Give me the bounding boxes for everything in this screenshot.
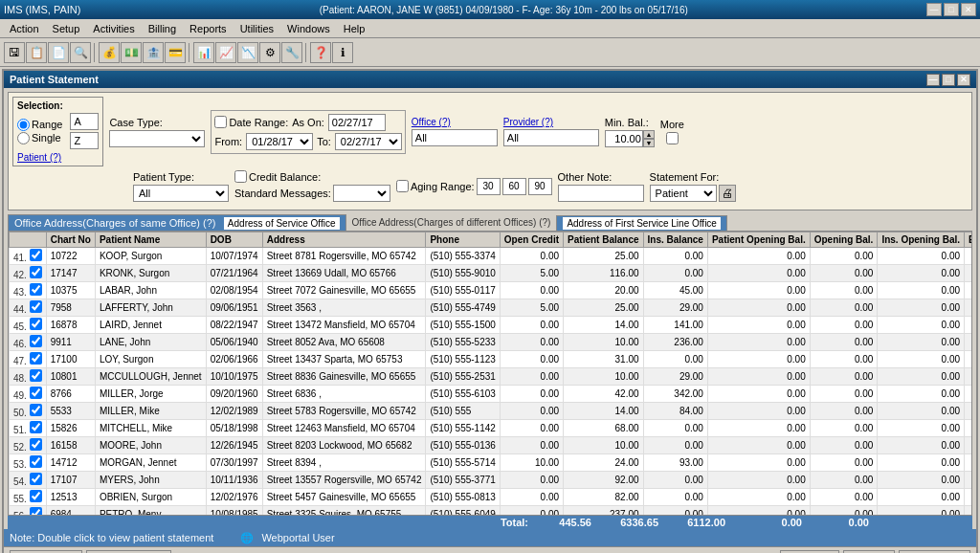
table-row[interactable]: 44. 7958 LAFFERTY, John 09/06/1951 Stree… <box>10 299 973 317</box>
to-letter-input[interactable] <box>70 132 99 149</box>
row-checkbox[interactable] <box>30 421 42 433</box>
from-letter-input[interactable] <box>70 113 99 130</box>
credit-balance-checkbox[interactable] <box>234 170 247 183</box>
toolbar-btn-14[interactable]: ❓ <box>310 42 331 63</box>
provider-help-link[interactable]: Provider (?) <box>503 117 599 127</box>
patient-table-container[interactable]: Chart No Patient Name DOB Address Phone … <box>8 231 972 516</box>
row-checkbox[interactable] <box>30 335 42 347</box>
spinner-up[interactable]: ▲ <box>643 130 655 139</box>
toolbar-btn-4[interactable]: 🔍 <box>70 42 91 63</box>
toolbar-btn-8[interactable]: 💳 <box>165 42 186 63</box>
table-row[interactable]: 49. 8766 MILLER, Jorge 09/20/1960 Street… <box>10 386 973 403</box>
table-row[interactable]: 56. 6984 PETRO, Meny 10/08/1985 Street 3… <box>10 506 973 517</box>
as-on-input[interactable] <box>328 114 386 131</box>
office-input[interactable] <box>412 129 498 146</box>
date-range-check-label[interactable]: Date Range: <box>214 116 288 128</box>
toolbar-btn-1[interactable]: 🖫 <box>4 42 25 63</box>
toolbar-btn-13[interactable]: 🔧 <box>281 42 302 63</box>
menu-action[interactable]: Action <box>4 22 45 35</box>
spinner-down[interactable]: ▼ <box>643 139 655 147</box>
row-address: Street 13472 Mansfield, MO 65704 <box>262 317 426 334</box>
window-close-btn[interactable]: ✕ <box>957 74 970 86</box>
menu-activities[interactable]: Activities <box>87 22 140 35</box>
other-note-input[interactable] <box>558 185 644 202</box>
row-patient-open: 0.00 <box>707 386 810 403</box>
row-checkbox[interactable] <box>30 507 42 516</box>
row-checkbox[interactable] <box>30 369 42 382</box>
row-checkbox[interactable] <box>30 352 42 365</box>
min-bal-input[interactable] <box>605 130 643 147</box>
table-row[interactable]: 53. 14712 MORGAN, Jennet 07/30/1997 Stre… <box>10 454 973 472</box>
row-checkbox[interactable] <box>30 473 42 485</box>
table-row[interactable]: 54. 17107 MYERS, John 10/11/1936 Street … <box>10 472 973 489</box>
table-row[interactable]: 55. 12513 OBRIEN, Surgon 12/02/1976 Stre… <box>10 489 973 506</box>
menu-setup[interactable]: Setup <box>47 22 86 35</box>
row-checkbox[interactable] <box>30 283 42 296</box>
row-checkbox[interactable] <box>30 300 42 313</box>
toolbar-btn-9[interactable]: 📊 <box>193 42 214 63</box>
toolbar-btn-3[interactable]: 📄 <box>48 42 69 63</box>
menu-help[interactable]: Help <box>338 22 371 35</box>
row-checkbox[interactable] <box>30 438 42 451</box>
row-num: 55. <box>13 494 27 504</box>
to-date-select[interactable]: 02/27/17 <box>335 133 402 150</box>
close-btn[interactable]: ✕ <box>961 3 976 16</box>
standard-messages-select[interactable] <box>333 185 390 202</box>
date-range-checkbox[interactable] <box>214 116 227 128</box>
credit-balance-label[interactable]: Credit Balance: <box>234 170 390 183</box>
aging-range-checkbox[interactable] <box>396 180 409 192</box>
row-checkbox[interactable] <box>30 490 42 502</box>
patient-type-select[interactable]: All <box>133 185 229 202</box>
minimize-btn[interactable]: — <box>926 3 942 16</box>
toolbar-btn-11[interactable]: 📉 <box>237 42 258 63</box>
row-ins-open: 0.00 <box>878 334 965 351</box>
window-max-btn[interactable]: □ <box>942 74 955 86</box>
menu-billing[interactable]: Billing <box>143 22 182 35</box>
table-row[interactable]: 51. 15826 MITCHELL, Mike 05/18/1998 Stre… <box>10 420 973 437</box>
address-tab-same[interactable]: Office Address(Charges of same Office) (… <box>8 214 346 231</box>
single-radio[interactable] <box>17 132 30 144</box>
toolbar-btn-5[interactable]: 💰 <box>99 42 120 63</box>
more-checkbox[interactable] <box>666 132 679 144</box>
toolbar-btn-12[interactable]: ⚙ <box>259 42 280 63</box>
menu-reports[interactable]: Reports <box>184 22 233 35</box>
toolbar-btn-7[interactable]: 🏦 <box>143 42 164 63</box>
row-checkbox[interactable] <box>30 404 42 416</box>
window-min-btn[interactable]: — <box>926 74 940 86</box>
toolbar-btn-10[interactable]: 📈 <box>215 42 236 63</box>
toolbar-btn-15[interactable]: ℹ <box>332 42 353 63</box>
table-row[interactable]: 43. 10375 LABAR, John 02/08/1954 Street … <box>10 282 973 299</box>
table-row[interactable]: 50. 5533 MILLER, Mike 12/02/1989 Street … <box>10 403 973 420</box>
table-row[interactable]: 47. 17100 LOY, Surgon 02/06/1966 Street … <box>10 351 973 368</box>
row-checkbox[interactable] <box>30 455 42 468</box>
office-help-link[interactable]: Office (?) <box>412 117 498 127</box>
row-checkbox[interactable] <box>30 266 42 278</box>
range-radio-label[interactable]: Range <box>17 119 62 131</box>
patient-help-link[interactable]: Patient (?) <box>17 152 61 163</box>
maximize-btn[interactable]: □ <box>944 3 959 16</box>
from-date-select[interactable]: 01/28/17 <box>246 133 313 150</box>
table-row[interactable]: 46. 9911 LANE, John 05/06/1940 Street 80… <box>10 334 973 351</box>
toolbar-btn-6[interactable]: 💵 <box>121 42 142 63</box>
provider-input[interactable] <box>503 129 599 146</box>
range-radio[interactable] <box>17 119 30 131</box>
aging-range-label[interactable]: Aging Range: <box>396 180 475 192</box>
single-radio-label[interactable]: Single <box>17 132 62 144</box>
menu-utilities[interactable]: Utilities <box>234 22 279 35</box>
table-row[interactable]: 48. 10801 MCCULLOUGH, Jennet 10/10/1975 … <box>10 368 973 386</box>
table-row[interactable]: 45. 16878 LAIRD, Jennet 08/22/1947 Stree… <box>10 317 973 334</box>
row-checkbox[interactable] <box>30 249 42 261</box>
menu-windows[interactable]: Windows <box>281 22 336 35</box>
row-phone: (510) 555-4749 <box>426 299 500 317</box>
case-type-select[interactable] <box>109 130 205 147</box>
table-row[interactable]: 42. 17147 KRONK, Surgon 07/21/1964 Stree… <box>10 265 973 282</box>
address-tab-diff[interactable]: Address of First Service Line Office <box>556 215 727 231</box>
row-checkbox[interactable] <box>30 387 42 399</box>
row-checkbox[interactable] <box>30 318 42 330</box>
table-row[interactable]: 41. 10722 KOOP, Surgon 10/07/1974 Street… <box>10 248 973 265</box>
table-row[interactable]: 52. 16158 MOORE, John 12/26/1945 Street … <box>10 437 973 454</box>
statement-for-btn[interactable]: 🖨 <box>719 185 736 202</box>
toolbar-btn-2[interactable]: 📋 <box>26 42 47 63</box>
col-checkbox <box>10 232 47 248</box>
statement-for-select[interactable]: Patient <box>650 185 717 202</box>
